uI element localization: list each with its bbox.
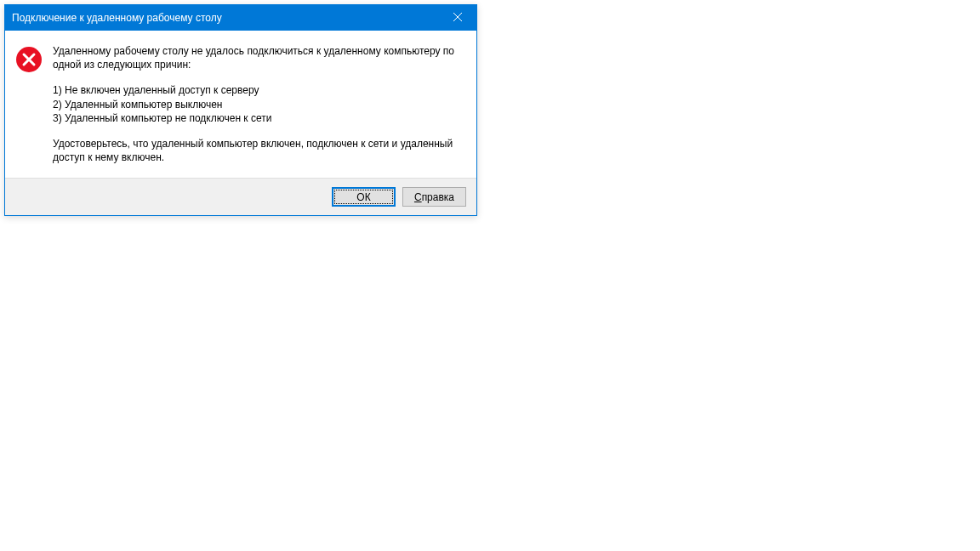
help-button-rest: правка (422, 191, 454, 203)
error-dialog: Подключение к удаленному рабочему столу … (4, 4, 477, 216)
dialog-content: Удаленному рабочему столу не удалось под… (5, 31, 476, 178)
reason-3: 3) Удаленный компьютер не подключен к се… (53, 111, 466, 125)
reason-2: 2) Удаленный компьютер выключен (53, 98, 466, 111)
button-bar: ОК Справка (5, 178, 476, 215)
reasons-list: 1) Не включен удаленный доступ к серверу… (53, 83, 466, 125)
message-area: Удаленному рабочему столу не удалось под… (53, 44, 466, 168)
message-intro: Удаленному рабочему столу не удалось под… (53, 44, 466, 71)
reason-1: 1) Не включен удаленный доступ к серверу (53, 83, 466, 97)
close-icon (453, 12, 462, 24)
titlebar[interactable]: Подключение к удаленному рабочему столу (5, 5, 476, 31)
ok-button-label: ОК (356, 191, 370, 203)
close-button[interactable] (438, 5, 476, 31)
help-button[interactable]: Справка (402, 187, 466, 207)
help-button-accel: С (414, 191, 422, 203)
message-footer: Удостоверьтесь, что удаленный компьютер … (53, 137, 466, 164)
error-icon (15, 46, 43, 73)
ok-button[interactable]: ОК (332, 187, 396, 207)
dialog-title: Подключение к удаленному рабочему столу (12, 12, 222, 24)
